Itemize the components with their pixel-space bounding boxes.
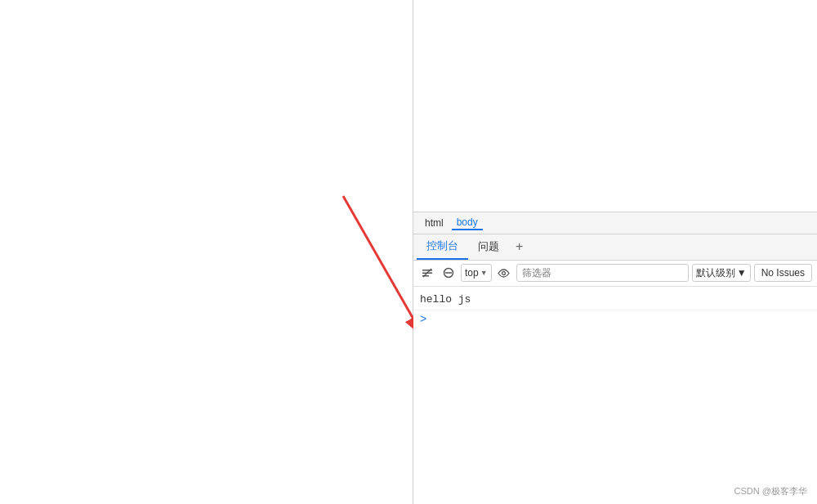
tab-console[interactable]: 控制台 xyxy=(417,234,468,260)
filter-input[interactable] xyxy=(516,264,689,282)
tab-add-button[interactable]: + xyxy=(509,236,529,257)
watermark: CSDN @极客李华 xyxy=(734,485,807,497)
top-label: top xyxy=(465,267,479,279)
console-output: hello js > xyxy=(413,287,817,505)
left-content-area xyxy=(0,0,413,504)
console-hello-text: hello js xyxy=(420,292,471,308)
eye-icon[interactable] xyxy=(495,264,513,282)
clear-console-icon[interactable] xyxy=(418,264,436,282)
svg-point-8 xyxy=(502,271,506,274)
breadcrumb-bar: html body xyxy=(413,212,817,234)
top-frame-selector[interactable]: top ▼ xyxy=(461,264,492,282)
level-label: 默认级别 xyxy=(696,266,735,280)
devtools-panel: html body 控制台 问题 + top ▼ xyxy=(413,0,817,504)
console-toolbar: top ▼ 默认级别 ▼ No Issues xyxy=(413,261,817,287)
console-prompt-symbol: > xyxy=(420,312,426,325)
top-selector-arrow: ▼ xyxy=(480,269,488,277)
console-prompt[interactable]: > xyxy=(413,310,817,327)
breadcrumb-body[interactable]: body xyxy=(452,216,483,230)
level-selector[interactable]: 默认级别 ▼ xyxy=(692,264,751,282)
tab-issues[interactable]: 问题 xyxy=(468,234,509,260)
devtools-top-space xyxy=(413,0,817,212)
level-arrow: ▼ xyxy=(737,267,747,279)
breadcrumb-html[interactable]: html xyxy=(420,216,449,230)
watermark-text: CSDN @极客李华 xyxy=(734,486,807,496)
tab-bar: 控制台 问题 + xyxy=(413,234,817,261)
block-icon[interactable] xyxy=(440,264,458,282)
no-issues-button[interactable]: No Issues xyxy=(754,264,812,282)
console-hello-line: hello js xyxy=(413,290,817,310)
